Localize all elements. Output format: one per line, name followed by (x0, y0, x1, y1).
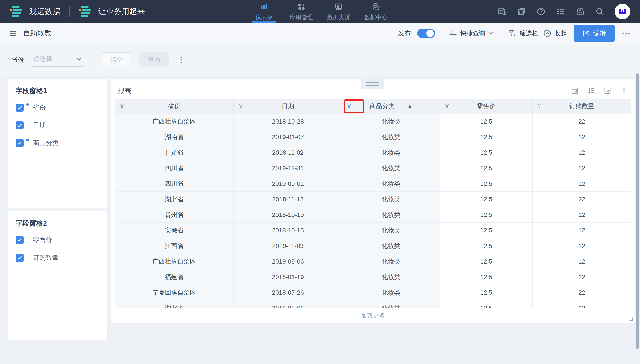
column-label[interactable]: 日期 (282, 102, 294, 110)
field-checkbox-item[interactable]: 订购数量 (16, 253, 100, 262)
nav-tab-label: 数据大屏 (327, 13, 350, 21)
clear-button[interactable]: 清空 (102, 52, 131, 67)
field-label: 商品分类 (33, 139, 59, 148)
nav-tab-应用管理[interactable]: 应用管理 (283, 0, 320, 23)
top-navbar: 观远数据 让业务用起来 仪表板 应用管理 数据大屏 数据中心 (0, 0, 640, 23)
filter-more-icon[interactable] (177, 55, 186, 64)
select-placeholder: 请选择 (33, 55, 52, 63)
nav-tab-仪表板[interactable]: 仪表板 (245, 0, 283, 23)
table-row[interactable]: 江西省2019-11-03化妆类12.512 (115, 238, 631, 254)
column-label[interactable]: 商品分类 (370, 102, 395, 110)
download-center-icon[interactable] (575, 7, 585, 16)
table-row[interactable]: 甘肃省2018-11-02化妆类12.512 (115, 145, 631, 160)
table-row[interactable]: 广西壮族自治区2019-09-06化妆类12.512 (115, 254, 631, 269)
table-cell: 12.5 (440, 269, 533, 285)
table-cell: 12.5 (440, 160, 533, 176)
table-row[interactable]: 贵州省2018-10-19化妆类12.512 (115, 207, 631, 222)
table-cell: 2019-09-01 (234, 176, 342, 191)
field-checkbox-item[interactable]: 日期 (16, 121, 100, 130)
column-label[interactable]: 零售价 (477, 102, 496, 110)
table-cell: 化妆类 (342, 160, 440, 176)
table-header-订购数量[interactable]: 订购数量 (533, 99, 631, 114)
more-options-icon[interactable] (621, 28, 631, 38)
user-avatar[interactable] (615, 4, 630, 19)
table-cell: 2019-11-03 (234, 238, 342, 254)
sliders-icon (449, 29, 457, 38)
table-row[interactable]: 湖南省2019-01-07化妆类12.512 (115, 129, 631, 145)
apps-icon (297, 2, 306, 11)
field-sidebar: 字段窗格1 省份 日期 商品分类 字段窗格2 零售价 订购数量 (9, 79, 107, 340)
table-row[interactable]: 四川省2019-12-31化妆类12.512 (115, 160, 631, 176)
table-settings-icon[interactable] (571, 87, 579, 95)
load-more-button[interactable]: 加载更多 (115, 308, 631, 323)
checkbox-checked-icon[interactable] (16, 139, 24, 147)
column-filter-icon[interactable] (537, 103, 544, 110)
page-scrollbar-thumb[interactable] (635, 73, 639, 349)
checkbox-checked-icon[interactable] (16, 236, 24, 244)
table-row[interactable]: 湖北省2018-11-12化妆类12.522 (115, 191, 631, 207)
workspace-name: 让业务用起来 (98, 6, 145, 17)
table-cell: 12.5 (440, 176, 533, 191)
table-row[interactable]: 安徽省2018-10-15化妆类12.512 (115, 222, 631, 238)
column-filter-icon[interactable] (238, 103, 245, 110)
column-label[interactable]: 省份 (168, 102, 181, 110)
table-header-商品分类[interactable]: 商品分类 ▲ (342, 99, 440, 114)
table-cell: 12.5 (440, 207, 533, 222)
table-cell: 12.5 (440, 238, 533, 254)
more-vertical-icon[interactable] (620, 87, 628, 95)
funnel-icon (508, 29, 516, 38)
row-height-icon[interactable] (587, 87, 595, 95)
query-button[interactable]: 查询 (139, 52, 169, 67)
table-cell: 湖北省 (115, 192, 234, 207)
column-filter-icon[interactable] (119, 103, 126, 110)
table-cell: 2019-09-06 (234, 254, 342, 269)
filter-bar-toggle[interactable]: 筛选栏: 收起 (508, 29, 567, 38)
table-cell: 化妆类 (342, 269, 440, 285)
nav-tab-数据大屏[interactable]: 数据大屏 (320, 0, 357, 23)
column-filter-icon[interactable] (444, 103, 451, 110)
datacenter-icon (372, 2, 380, 11)
divider (501, 28, 501, 39)
table-cell: 化妆类 (342, 254, 440, 269)
field-checkbox-item[interactable]: 商品分类 (16, 139, 100, 148)
checkbox-checked-icon[interactable] (16, 104, 24, 112)
table-row[interactable]: 湖北省2018-08-01化妆类12.522 (115, 300, 631, 308)
province-select[interactable]: 请选择 (32, 53, 83, 67)
dashboard-list-icon[interactable] (9, 29, 17, 38)
table-row[interactable]: 福建省2018-01-19化妆类12.522 (115, 269, 631, 285)
table-row[interactable]: 四川省2019-09-01化妆类12.512 (115, 176, 631, 191)
table-header-零售价[interactable]: 零售价 (440, 99, 533, 114)
search-icon[interactable] (595, 7, 604, 16)
table-row[interactable]: 宁夏回族自治区2018-07-26化妆类12.522 (115, 285, 631, 300)
table-header-日期[interactable]: 日期 (234, 99, 342, 114)
edit-button[interactable]: 编辑 (574, 25, 615, 42)
field-checkbox-item[interactable]: 省份 (16, 103, 100, 112)
report-icon[interactable] (517, 7, 526, 16)
help-icon[interactable] (536, 7, 546, 16)
column-filter-icon[interactable] (346, 103, 353, 110)
mail-subscription-icon[interactable] (497, 7, 507, 16)
fullscreen-icon[interactable] (603, 87, 611, 95)
nav-tab-label: 应用管理 (290, 13, 313, 21)
table-row[interactable]: 广西壮族自治区2018-10-28化妆类12.522 (115, 114, 631, 129)
column-label[interactable]: 订购数量 (569, 102, 594, 110)
field-panel-title: 字段窗格2 (16, 219, 100, 228)
nav-tab-数据中心[interactable]: 数据中心 (357, 0, 395, 23)
table-body[interactable]: 广西壮族自治区2018-10-28化妆类12.522湖南省2019-01-07化… (115, 114, 631, 308)
field-panel-title: 字段窗格1 (16, 86, 100, 96)
field-dot-indicator (26, 139, 29, 141)
field-checkbox-item[interactable]: 零售价 (16, 236, 100, 244)
table-cell: 22 (533, 269, 631, 285)
top-actions (497, 4, 630, 19)
card-drag-handle[interactable] (361, 79, 384, 89)
apps-grid-icon[interactable] (556, 7, 565, 16)
field-dot-indicator (26, 103, 29, 106)
quick-query-button[interactable]: 快捷查询 (449, 29, 494, 38)
publish-toggle[interactable] (417, 29, 435, 38)
checkbox-checked-icon[interactable] (16, 254, 24, 262)
card-resize-handle[interactable] (627, 316, 633, 321)
checkbox-checked-icon[interactable] (16, 121, 24, 129)
table-header-省份[interactable]: 省份 (115, 99, 234, 114)
sort-ascending-icon[interactable]: ▲ (407, 103, 412, 109)
table-cell: 江西省 (115, 238, 234, 254)
